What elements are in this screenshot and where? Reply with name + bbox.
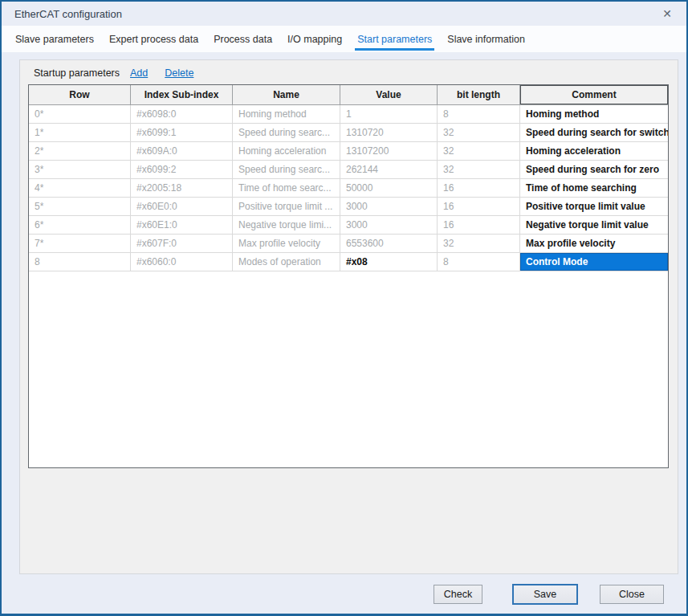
cell-row[interactable]: 5* [29, 198, 131, 215]
startup-parameters-panel: Startup parameters Add Delete RowIndex S… [19, 59, 678, 574]
cell-row[interactable]: 4* [29, 179, 131, 197]
table-row: 8#x6060:0Modes of operation#x088Control … [29, 253, 668, 271]
cell-comment[interactable]: Homing acceleration [520, 142, 668, 160]
cell-row[interactable]: 3* [29, 161, 131, 178]
cell-value[interactable]: 6553600 [340, 235, 438, 252]
table-body: 0*#x6098:0Homing method18Homing method1*… [29, 105, 668, 271]
table-row: 1*#x6099:1Speed during searc...131072032… [29, 124, 668, 142]
cell-bit-length[interactable]: 32 [438, 161, 520, 178]
cell-value[interactable]: 50000 [340, 179, 438, 197]
close-button[interactable]: Close [600, 585, 664, 604]
check-button[interactable]: Check [434, 585, 482, 604]
cell-bit-length[interactable]: 16 [438, 198, 520, 215]
tab-slave-parameters[interactable]: Slave parameters [14, 26, 95, 52]
table-row: 6*#x60E1:0Negative torque limi...300016N… [29, 216, 668, 235]
cell-index-subindex[interactable]: #x60E1:0 [131, 216, 233, 234]
cell-index-subindex[interactable]: #x609A:0 [131, 142, 233, 160]
delete-link[interactable]: Delete [165, 67, 193, 79]
tab-expert-process-data[interactable]: Expert process data [108, 26, 199, 52]
cell-name[interactable]: Speed during searc... [233, 124, 340, 141]
close-icon[interactable]: ✕ [651, 3, 683, 24]
cell-name[interactable]: Time of home searc... [233, 179, 340, 197]
cell-bit-length[interactable]: 16 [438, 216, 520, 234]
tab-bar: Slave parametersExpert process dataProce… [2, 26, 686, 52]
cell-index-subindex[interactable]: #x6098:0 [131, 105, 233, 123]
cell-bit-length[interactable]: 32 [438, 142, 520, 160]
cell-value[interactable]: 3000 [340, 198, 438, 215]
startup-parameters-label: Startup parameters [34, 67, 120, 79]
column-header-name[interactable]: Name [233, 85, 340, 104]
cell-row[interactable]: 7* [29, 235, 131, 252]
cell-index-subindex[interactable]: #x2005:18 [131, 179, 233, 197]
table-row: 0*#x6098:0Homing method18Homing method [29, 105, 668, 124]
startup-parameters-table: RowIndex Sub-indexNameValuebit lengthCom… [28, 84, 669, 468]
tab-start-parameters[interactable]: Start parameters [356, 26, 433, 52]
cell-bit-length[interactable]: 32 [438, 124, 520, 141]
cell-comment[interactable]: Positive torque limit value [520, 198, 668, 215]
column-header-value[interactable]: Value [340, 85, 438, 104]
cell-row[interactable]: 2* [29, 142, 131, 160]
cell-comment[interactable]: Negative torque limit value [520, 216, 668, 234]
cell-comment[interactable]: Speed during search for switch [520, 124, 668, 141]
cell-comment[interactable]: Time of home searching [520, 179, 668, 197]
cell-bit-length[interactable]: 8 [438, 105, 520, 123]
cell-row[interactable]: 6* [29, 216, 131, 234]
cell-name[interactable]: Speed during searc... [233, 161, 340, 178]
cell-name[interactable]: Max profile velocity [233, 235, 340, 252]
cell-index-subindex[interactable]: #x607F:0 [131, 235, 233, 252]
cell-name[interactable]: Homing method [233, 105, 340, 123]
cell-name[interactable]: Positive torque limit ... [233, 198, 340, 215]
tab-i-o-mapping[interactable]: I/O mapping [287, 26, 343, 52]
cell-row[interactable]: 8 [29, 253, 131, 271]
cell-index-subindex[interactable]: #x6099:1 [131, 124, 233, 141]
table-row: 2*#x609A:0Homing acceleration1310720032H… [29, 142, 668, 161]
save-button[interactable]: Save [512, 584, 578, 605]
cell-name[interactable]: Modes of operation [233, 253, 340, 271]
cell-comment[interactable]: Speed during search for zero [520, 161, 668, 178]
column-header-index-sub-index[interactable]: Index Sub-index [131, 85, 233, 104]
window-title: EtherCAT configuration [14, 8, 122, 20]
table-row: 5*#x60E0:0Positive torque limit ...30001… [29, 198, 668, 216]
cell-index-subindex[interactable]: #x6060:0 [131, 253, 233, 271]
cell-value[interactable]: 1310720 [340, 124, 438, 141]
table-row: 4*#x2005:18Time of home searc...5000016T… [29, 179, 668, 198]
cell-comment[interactable]: Control Mode [520, 253, 668, 271]
tab-slave-information[interactable]: Slave information [446, 26, 526, 52]
cell-row[interactable]: 1* [29, 124, 131, 141]
cell-value[interactable]: 262144 [340, 161, 438, 178]
cell-name[interactable]: Homing acceleration [233, 142, 340, 160]
cell-index-subindex[interactable]: #x6099:2 [131, 161, 233, 178]
cell-row[interactable]: 0* [29, 105, 131, 123]
startup-parameters-toolbar: Startup parameters Add Delete [34, 66, 193, 80]
add-link[interactable]: Add [130, 67, 148, 79]
table-header-row: RowIndex Sub-indexNameValuebit lengthCom… [29, 85, 668, 105]
tab-process-data[interactable]: Process data [213, 26, 273, 52]
ethercat-configuration-dialog: EtherCAT configuration ✕ Slave parameter… [0, 0, 688, 616]
title-bar: EtherCAT configuration [2, 2, 686, 26]
column-header-row[interactable]: Row [29, 85, 131, 104]
table-row: 7*#x607F:0Max profile velocity655360032M… [29, 235, 668, 253]
cell-bit-length[interactable]: 32 [438, 235, 520, 252]
cell-bit-length[interactable]: 16 [438, 179, 520, 197]
cell-comment[interactable]: Homing method [520, 105, 668, 123]
cell-bit-length[interactable]: 8 [438, 253, 520, 271]
table-row: 3*#x6099:2Speed during searc...26214432S… [29, 161, 668, 179]
cell-value[interactable]: 1 [340, 105, 438, 123]
column-header-bit-length[interactable]: bit length [438, 85, 520, 104]
cell-index-subindex[interactable]: #x60E0:0 [131, 198, 233, 215]
cell-comment[interactable]: Max profile velocity [520, 235, 668, 252]
cell-value[interactable]: #x08 [340, 253, 438, 271]
cell-value[interactable]: 13107200 [340, 142, 438, 160]
cell-value[interactable]: 3000 [340, 216, 438, 234]
cell-name[interactable]: Negative torque limi... [233, 216, 340, 234]
column-header-comment[interactable]: Comment [520, 85, 668, 104]
